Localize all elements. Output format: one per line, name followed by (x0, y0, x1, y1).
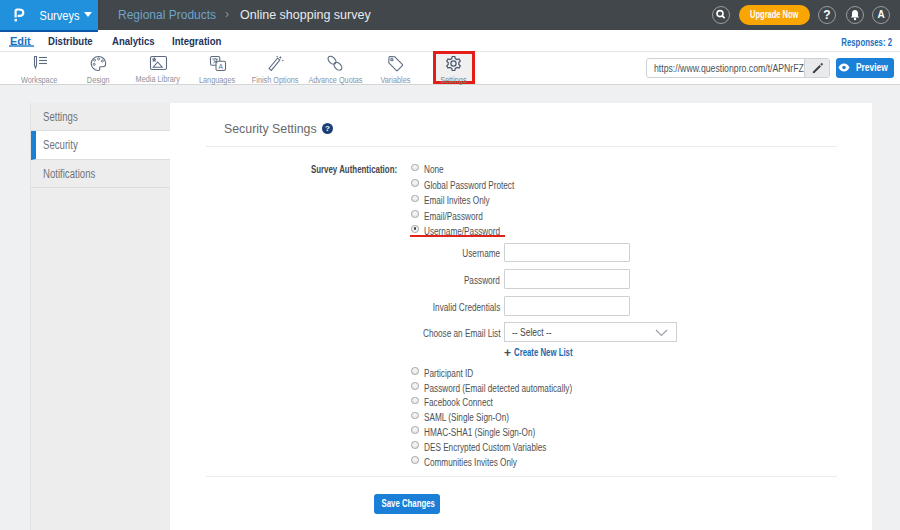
svg-text:?: ? (325, 124, 330, 133)
svg-text:A: A (218, 63, 223, 70)
